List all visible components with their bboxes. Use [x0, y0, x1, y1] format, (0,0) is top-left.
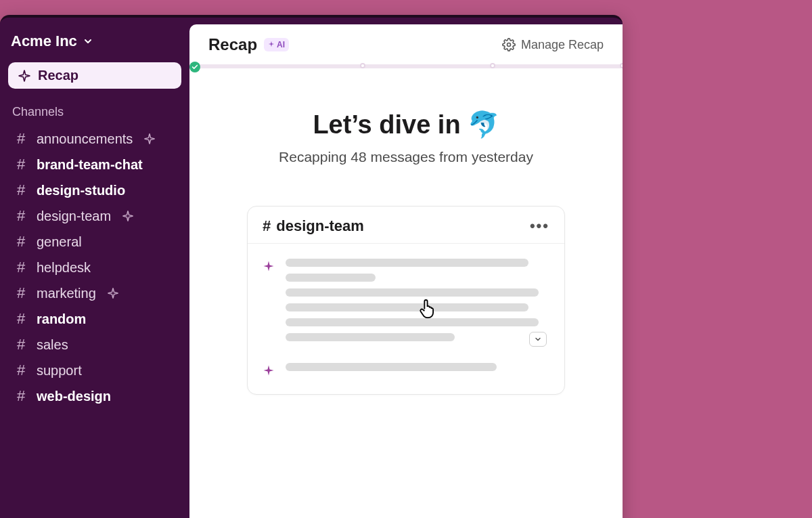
hash-icon: # — [14, 387, 28, 405]
channel-label: design-studio — [37, 183, 125, 198]
channel-label: announcements — [37, 131, 133, 147]
placeholder-line — [286, 259, 528, 267]
channel-label: helpdesk — [37, 260, 91, 276]
sparkle-icon — [143, 133, 156, 145]
progress-track[interactable] — [189, 62, 623, 69]
placeholder-lines — [286, 363, 549, 376]
sidebar-item-design-studio[interactable]: #design-studio — [8, 177, 181, 203]
sidebar-item-web-design[interactable]: #web-design — [8, 383, 181, 409]
channel-label: marketing — [37, 286, 96, 301]
channel-label: web-design — [37, 389, 111, 404]
summary-item[interactable] — [248, 360, 564, 381]
hash-icon: # — [263, 217, 271, 235]
channel-label: random — [37, 311, 86, 327]
hash-icon: # — [14, 284, 28, 302]
channel-label: support — [37, 363, 82, 379]
chevron-down-icon — [83, 36, 93, 47]
ai-badge: AI — [264, 38, 289, 51]
workspace-name: Acme Inc — [11, 33, 77, 50]
sidebar-item-random[interactable]: #random — [8, 306, 181, 332]
summary-item[interactable] — [248, 256, 564, 345]
recap-card: # design-team ••• — [247, 206, 565, 395]
sparkle-icon — [122, 210, 134, 222]
pointer-cursor-icon — [417, 295, 440, 324]
sidebar-item-design-team[interactable]: #design-team — [8, 203, 181, 229]
card-header: # design-team ••• — [248, 207, 564, 243]
gear-icon — [502, 38, 516, 51]
sparkle-icon — [263, 259, 275, 341]
main-panel: Recap AI Manage Recap — [189, 24, 623, 518]
sidebar-item-support[interactable]: #support — [8, 358, 181, 383]
hash-icon: # — [14, 207, 28, 225]
main-title-wrap: Recap AI — [208, 35, 289, 54]
hero-title-text: Let’s dive in — [313, 110, 460, 139]
hero-subtitle: Recapping 48 messages from yesterday — [203, 149, 609, 165]
sparkle-icon — [18, 69, 31, 83]
placeholder-line — [286, 303, 528, 311]
ai-badge-text: AI — [277, 40, 285, 49]
hero: Let’s dive in 🐬 Recapping 48 messages fr… — [189, 69, 623, 172]
svg-point-0 — [507, 43, 510, 47]
channel-label: sales — [37, 337, 68, 353]
sidebar: Acme Inc Recap Channels #announcements#b… — [0, 18, 189, 518]
hash-icon: # — [14, 181, 28, 199]
sidebar-item-announcements[interactable]: #announcements — [8, 126, 181, 152]
manage-recap-button[interactable]: Manage Recap — [502, 38, 604, 52]
hero-title: Let’s dive in 🐬 — [313, 110, 499, 139]
hash-icon: # — [14, 156, 28, 173]
sparkle-icon — [268, 40, 275, 49]
progress-step-done-icon — [189, 62, 200, 72]
progress-step-dot[interactable] — [490, 63, 495, 68]
hash-icon: # — [14, 310, 28, 328]
sidebar-item-marketing[interactable]: #marketing — [8, 280, 181, 306]
sidebar-item-brand-team-chat[interactable]: #brand-team-chat — [8, 152, 181, 177]
placeholder-line — [286, 288, 539, 297]
divider — [248, 243, 564, 244]
recap-label: Recap — [38, 68, 78, 83]
channels-section-label: Channels — [8, 102, 181, 126]
workspace-switcher[interactable]: Acme Inc — [8, 30, 181, 60]
placeholder-line — [286, 274, 376, 282]
channel-label: general — [37, 234, 82, 250]
channel-label: design-team — [37, 209, 111, 224]
placeholder-line — [286, 333, 455, 341]
expand-button[interactable] — [529, 332, 547, 347]
card-channel-name: design-team — [276, 217, 364, 235]
hash-icon: # — [14, 259, 28, 276]
main-header: Recap AI Manage Recap — [189, 24, 623, 62]
dolphin-emoji-icon: 🐬 — [468, 110, 499, 139]
card-channel-title[interactable]: # design-team — [263, 217, 364, 235]
placeholder-line — [286, 363, 497, 371]
card-more-button[interactable]: ••• — [530, 217, 549, 235]
progress-step-dot[interactable] — [360, 63, 365, 68]
sidebar-item-general[interactable]: #general — [8, 229, 181, 255]
sparkle-icon — [107, 287, 119, 299]
hash-icon: # — [14, 233, 28, 251]
sidebar-item-recap[interactable]: Recap — [8, 62, 181, 89]
sidebar-item-sales[interactable]: #sales — [8, 332, 181, 358]
hash-icon: # — [14, 362, 28, 379]
app-window: Acme Inc Recap Channels #announcements#b… — [0, 15, 623, 518]
manage-recap-label: Manage Recap — [521, 38, 604, 52]
placeholder-line — [286, 318, 539, 326]
sidebar-item-helpdesk[interactable]: #helpdesk — [8, 255, 181, 280]
channel-list: #announcements#brand-team-chat#design-st… — [8, 126, 181, 409]
channel-label: brand-team-chat — [37, 157, 143, 173]
hash-icon: # — [14, 130, 28, 148]
progress-step-dot[interactable] — [620, 63, 623, 68]
progress-bar — [189, 64, 623, 68]
sparkle-icon — [263, 363, 275, 376]
page-title: Recap — [208, 35, 257, 54]
hash-icon: # — [14, 336, 28, 353]
